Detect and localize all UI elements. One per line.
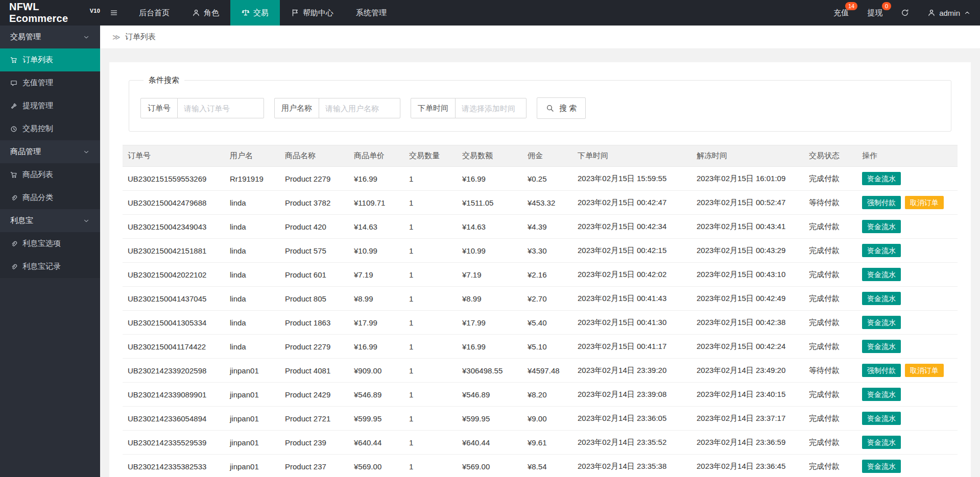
menu-toggle[interactable] [100, 0, 128, 26]
fund-flow-button[interactable]: 资金流水 [862, 244, 901, 257]
cell-username: jinpan01 [225, 455, 280, 477]
sidebar-item-recharge-management[interactable]: 充值管理 [0, 71, 100, 94]
cart-icon [10, 171, 17, 179]
cell-amount: ¥306498.55 [457, 359, 522, 383]
sidebar-item-product-category[interactable]: 商品分类 [0, 186, 100, 209]
cell-price: ¥569.00 [349, 455, 404, 477]
fund-flow-button[interactable]: 资金流水 [862, 412, 901, 425]
cell-order-no: UB2302142339089901 [123, 383, 225, 407]
fund-flow-button[interactable]: 资金流水 [862, 388, 901, 401]
cell-product: Product 805 [280, 287, 349, 311]
cell-quantity: 1 [404, 263, 457, 287]
cell-unfreeze-time: 2023年02月15日 00:42:38 [691, 311, 804, 335]
column-header: 下单时间 [572, 145, 691, 167]
chevron-down-icon [83, 34, 90, 41]
menu-icon [110, 9, 118, 17]
cell-product: Product 575 [280, 239, 349, 263]
topbar: NFWL EcommerceV10 后台首页角色交易帮助中心系统管理 充值 14… [0, 0, 980, 26]
cell-commission: ¥8.54 [522, 455, 572, 477]
tool-icon [10, 103, 17, 110]
cell-commission: ¥8.20 [522, 383, 572, 407]
cell-order-time: 2023年02月14日 23:39:20 [572, 359, 691, 383]
order-no-input[interactable] [177, 98, 264, 118]
cell-price: ¥16.99 [349, 335, 404, 359]
cell-username: linda [225, 287, 280, 311]
cart-icon [10, 57, 17, 64]
breadcrumb: ≫ 订单列表 [100, 26, 980, 49]
cell-price: ¥10.99 [349, 239, 404, 263]
cell-order-time: 2023年02月14日 23:39:08 [572, 383, 691, 407]
cell-order-time: 2023年02月15日 00:42:02 [572, 263, 691, 287]
top-nav: 后台首页角色交易帮助中心系统管理 [128, 0, 398, 26]
admin-menu[interactable]: admin [918, 0, 980, 26]
column-header: 交易数额 [457, 145, 522, 167]
order-time-input[interactable] [455, 98, 527, 118]
cell-quantity: 1 [404, 215, 457, 239]
recharge-link[interactable]: 充值 14 [824, 0, 858, 26]
search-field-order-time: 下单时间 [411, 98, 527, 118]
sidebar-item-lixibao-options[interactable]: 利息宝选项 [0, 232, 100, 255]
sidebar-item-withdraw-management[interactable]: 提现管理 [0, 94, 100, 117]
chevron-down-icon [83, 148, 90, 156]
fund-flow-button[interactable]: 资金流水 [862, 340, 901, 353]
nav-item-dashboard[interactable]: 后台首页 [128, 0, 181, 26]
sidebar-item-order-list[interactable]: 订单列表 [0, 48, 100, 71]
cell-status: 等待付款 [804, 359, 857, 383]
sidebar-item-product-list[interactable]: 商品列表 [0, 163, 100, 186]
search-fields: 订单号用户名称下单时间 [140, 98, 527, 118]
sidebar-group-lixibao[interactable]: 利息宝 [0, 209, 100, 232]
cell-quantity: 1 [404, 191, 457, 215]
sidebar-group-product-management[interactable]: 商品管理 [0, 140, 100, 163]
cell-actions: 资金流水 [857, 431, 958, 455]
cell-quantity: 1 [404, 239, 457, 263]
nav-item-roles[interactable]: 角色 [181, 0, 230, 26]
table-row: UB2302142335382533jinpan01Product 237¥56… [123, 455, 958, 477]
cell-unfreeze-time: 2023年02月15日 00:43:29 [691, 239, 804, 263]
cell-actions: 资金流水 [857, 239, 958, 263]
nav-item-help-center[interactable]: 帮助中心 [280, 0, 345, 26]
cell-quantity: 1 [404, 431, 457, 455]
sidebar-group-trade-management[interactable]: 交易管理 [0, 26, 100, 48]
nav-item-system-management[interactable]: 系统管理 [345, 0, 398, 26]
fund-flow-button[interactable]: 资金流水 [862, 316, 901, 329]
cell-username: linda [225, 215, 280, 239]
fund-flow-button[interactable]: 资金流水 [862, 460, 901, 473]
cell-unfreeze-time: 2023年02月14日 23:36:45 [691, 455, 804, 477]
order-list-panel: 条件搜索 订单号用户名称下单时间 搜 索 订单号用户名商品名称商品单价交易数量交… [109, 62, 971, 477]
search-button[interactable]: 搜 索 [537, 97, 586, 119]
force-pay-button[interactable]: 强制付款 [862, 364, 901, 377]
fund-flow-button[interactable]: 资金流水 [862, 436, 901, 449]
fund-flow-button[interactable]: 资金流水 [862, 292, 901, 305]
cell-order-time: 2023年02月15日 00:41:17 [572, 335, 691, 359]
force-pay-button[interactable]: 强制付款 [862, 196, 901, 209]
cell-status: 完成付款 [804, 431, 857, 455]
cancel-order-button[interactable]: 取消订单 [905, 196, 944, 209]
refresh-button[interactable] [892, 0, 918, 26]
sidebar-item-lixibao-records[interactable]: 利息宝记录 [0, 255, 100, 278]
cell-actions: 资金流水 [857, 407, 958, 431]
cell-order-time: 2023年02月15日 00:41:43 [572, 287, 691, 311]
withdraw-link[interactable]: 提现 0 [858, 0, 892, 26]
cell-amount: ¥16.99 [457, 167, 522, 191]
search-fieldset: 条件搜索 订单号用户名称下单时间 搜 索 [129, 76, 951, 132]
cell-actions: 资金流水 [857, 287, 958, 311]
cell-price: ¥1109.71 [349, 191, 404, 215]
sidebar-item-trade-control[interactable]: 交易控制 [0, 117, 100, 140]
field-label: 订单号 [140, 98, 178, 118]
cell-actions: 资金流水 [857, 455, 958, 477]
sidebar-item-label: 利息宝选项 [22, 239, 61, 248]
table-row: UB2302150041174422lindaProduct 2279¥16.9… [123, 335, 958, 359]
cancel-order-button[interactable]: 取消订单 [905, 364, 944, 377]
fund-flow-button[interactable]: 资金流水 [862, 220, 901, 233]
sidebar-group-label: 利息宝 [10, 216, 33, 225]
flag-icon [291, 9, 299, 17]
search-legend: 条件搜索 [144, 76, 184, 85]
nav-item-trade[interactable]: 交易 [230, 0, 280, 26]
username-input[interactable] [319, 98, 400, 118]
cell-actions: 资金流水 [857, 311, 958, 335]
person-icon [927, 9, 936, 17]
nav-item-label: 帮助中心 [303, 8, 333, 18]
cell-unfreeze-time: 2023年02月14日 23:36:59 [691, 431, 804, 455]
fund-flow-button[interactable]: 资金流水 [862, 172, 901, 185]
fund-flow-button[interactable]: 资金流水 [862, 268, 901, 281]
